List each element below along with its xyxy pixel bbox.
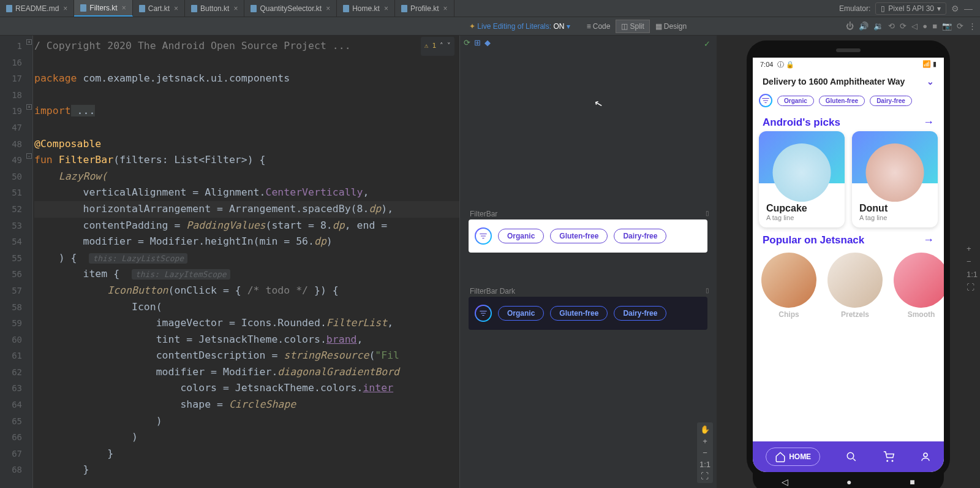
code-icon: ≡	[587, 22, 591, 31]
filter-icon[interactable]	[759, 94, 772, 107]
filter-icon[interactable]	[475, 227, 492, 245]
device-frame: 7:04 ⓘ 🔒 📶 ▮ Delivery to 1600 Amphitheat…	[747, 40, 950, 478]
pan-icon[interactable]: ✋	[699, 425, 710, 434]
screenshot-icon[interactable]: 📷	[942, 21, 952, 31]
search-icon[interactable]	[846, 451, 857, 462]
zoom-in-icon[interactable]: +	[699, 437, 710, 446]
cart-icon[interactable]	[883, 451, 894, 462]
tab-home[interactable]: Home.kt×	[337, 0, 395, 17]
arrow-right-icon[interactable]: →	[923, 116, 934, 129]
home-icon[interactable]: ●	[846, 477, 851, 487]
svg-point-2	[892, 460, 893, 462]
tab-button[interactable]: Button.kt×	[185, 0, 244, 17]
profile-icon[interactable]	[920, 451, 931, 462]
back-icon[interactable]: ◁	[911, 21, 918, 31]
snack-card[interactable]: CupcakeA tag line	[759, 131, 845, 227]
nav-home[interactable]: HOME	[766, 448, 820, 466]
design-icon: ▦	[655, 22, 662, 31]
rotate-left-icon[interactable]: ⟲	[888, 21, 895, 31]
chip-dairy[interactable]: Dairy-free	[614, 229, 666, 243]
device-selector[interactable]: ▯ Pixel 5 API 30 ▾	[875, 2, 946, 15]
zoom-fit[interactable]: 1:1	[699, 460, 710, 469]
emulator-label: Emulator:	[839, 4, 870, 13]
view-split[interactable]: ◫Split	[616, 20, 649, 33]
device-icon[interactable]: ▯	[706, 287, 709, 294]
emulator-panel: + − 1:1 ⛶ 7:04 ⓘ 🔒 📶 ▮ Delivery to 1600 …	[717, 36, 980, 488]
volume-down-icon[interactable]: 🔉	[873, 21, 883, 31]
layers-icon[interactable]: ◆	[484, 38, 491, 47]
code-editor[interactable]: ⚠1 ˄˅ / Copyright 2020 The Android Open …	[33, 36, 459, 488]
editor-tabs: README.md× Filters.kt× Cart.kt× Button.k…	[0, 0, 980, 17]
device-screen[interactable]: 7:04 ⓘ 🔒 📶 ▮ Delivery to 1600 Amphitheat…	[753, 58, 944, 472]
refresh-icon[interactable]: ⟳	[464, 38, 470, 47]
chevron-down-icon: ⌄	[927, 77, 934, 86]
split-icon: ◫	[621, 22, 628, 31]
bottom-nav: HOME	[753, 441, 944, 472]
system-bar: ◁ ● ■	[753, 472, 944, 488]
snack-circle[interactable]: Pretzels	[827, 253, 883, 319]
compose-preview: ⟳ ⊞ ◆ ✓ FilterBar ▯ Organic Gluten-free …	[459, 36, 717, 488]
back-icon[interactable]: ◁	[782, 477, 788, 487]
power-icon[interactable]: ⏻	[846, 21, 854, 31]
fold-gutter[interactable]: + + -	[26, 36, 33, 488]
tab-quantity[interactable]: QuantitySelector.kt×	[244, 0, 337, 17]
filterbar-dark[interactable]: Organic Gluten-free Dairy-free	[469, 297, 707, 330]
snack-card[interactable]: DonutA tag line	[852, 131, 938, 227]
chip-gluten[interactable]: Gluten-free	[550, 306, 608, 321]
check-icon: ✓	[704, 39, 710, 48]
chevron-up-icon[interactable]: ˄	[440, 38, 443, 55]
snack-circle[interactable]: Chips	[761, 253, 816, 319]
record-icon[interactable]: ⟳	[957, 21, 963, 31]
rotate-right-icon[interactable]: ⟳	[900, 21, 907, 31]
file-icon	[6, 5, 12, 12]
expand-icon[interactable]: ⛶	[699, 471, 710, 481]
home-icon[interactable]: ●	[922, 21, 927, 31]
overview-icon[interactable]: ■	[910, 477, 914, 487]
close-icon[interactable]: ×	[63, 4, 67, 13]
snack-circle[interactable]: Smooth	[894, 253, 944, 319]
view-code[interactable]: ≡Code	[581, 20, 616, 33]
minimize-icon[interactable]: —	[964, 4, 973, 13]
section-title: Android's picks	[763, 116, 840, 129]
chip-gluten[interactable]: Gluten-free	[550, 229, 608, 243]
overview-icon[interactable]: ■	[932, 21, 937, 31]
tab-cart[interactable]: Cart.kt×	[133, 0, 185, 17]
arrow-right-icon[interactable]: →	[923, 234, 934, 246]
chip-dairy[interactable]: Dairy-free	[614, 306, 666, 321]
emulator-controls: ⏻ 🔊 🔉 ⟲ ⟳ ◁ ● ■ 📷 ⟳ ⋮	[846, 21, 976, 31]
live-edit-toggle[interactable]: ✦ Live Editing of Literals: ON ▾	[469, 22, 570, 31]
warning-icon: ⚠	[424, 38, 429, 55]
tab-profile[interactable]: Profile.kt×	[395, 0, 454, 17]
filter-icon[interactable]	[475, 305, 492, 322]
preview-label-light: FilterBar	[470, 210, 497, 218]
preview-toolbar: ✦ Live Editing of Literals: ON ▾ ≡Code ◫…	[0, 17, 980, 36]
device-icon[interactable]: ▯	[706, 210, 709, 216]
zoom-out-icon[interactable]: −	[699, 448, 710, 457]
chevron-down-icon: ▾	[567, 22, 570, 31]
app-filter-bar[interactable]: Organic Gluten-free Dairy-free	[753, 91, 944, 110]
zoom-in-icon[interactable]: +	[967, 244, 978, 253]
tab-filters[interactable]: Filters.kt×	[74, 0, 132, 17]
chip-dairy[interactable]: Dairy-free	[870, 96, 912, 106]
zoom-fit[interactable]: 1:1	[967, 270, 978, 279]
gear-icon[interactable]: ⚙	[951, 4, 959, 13]
delivery-row[interactable]: Delivery to 1600 Amphitheater Way⌄	[753, 72, 944, 91]
chevron-down-icon[interactable]: ˅	[447, 38, 451, 55]
zoom-out-icon[interactable]: −	[967, 257, 978, 266]
expand-icon[interactable]: ⛶	[967, 283, 978, 292]
chip-organic[interactable]: Organic	[777, 96, 814, 106]
svg-point-3	[924, 453, 927, 457]
chip-organic[interactable]: Organic	[498, 306, 544, 321]
more-icon[interactable]: ⋮	[968, 21, 976, 31]
inspect-icon[interactable]: ⊞	[474, 38, 481, 47]
preview-zoom: ✋ + − 1:1 ⛶	[697, 422, 713, 483]
chip-organic[interactable]: Organic	[498, 229, 544, 243]
filterbar-light[interactable]: Organic Gluten-free Dairy-free	[469, 219, 707, 253]
inspection-widget[interactable]: ⚠1 ˄˅	[421, 37, 454, 56]
view-design[interactable]: ▦Design	[650, 20, 692, 33]
chip-gluten[interactable]: Gluten-free	[819, 96, 865, 106]
section-title: Popular on Jetsnack	[763, 234, 864, 246]
phone-icon: ▯	[881, 4, 885, 13]
volume-up-icon[interactable]: 🔊	[859, 21, 869, 31]
tab-readme[interactable]: README.md×	[0, 0, 74, 17]
